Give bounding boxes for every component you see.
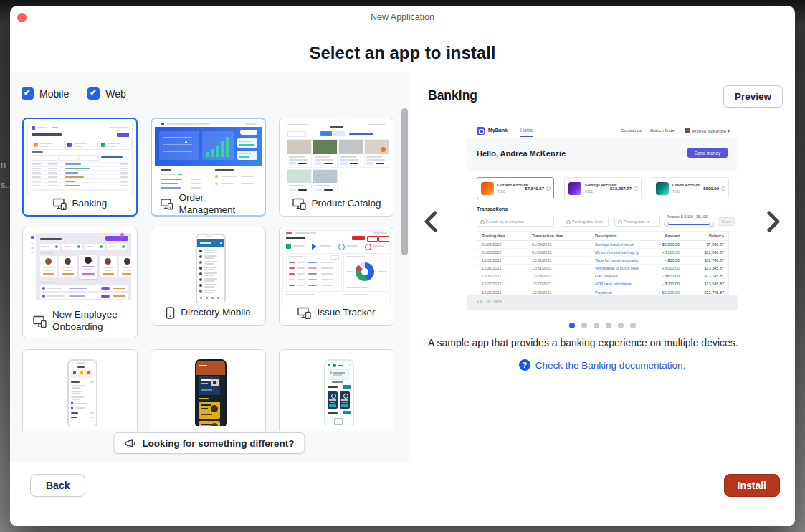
filter-web-label: Web — [105, 88, 126, 100]
carousel-previous-button[interactable] — [418, 206, 444, 237]
documentation-link[interactable]: ? Check the Banking documentation. — [409, 359, 795, 371]
carousel-next-button[interactable] — [761, 206, 786, 237]
amount-range-label: Amount: $-5,100 - $5,100 — [667, 214, 708, 219]
phone-icon — [166, 307, 175, 319]
app-card-banking[interactable]: Banking — [22, 118, 138, 217]
install-button[interactable]: Install — [724, 474, 780, 497]
app-grid: Banking — [22, 118, 400, 431]
filter-web-checkbox[interactable]: Web — [87, 87, 126, 100]
preview-navbar: MyBank Home Contact us Branch finder And… — [467, 123, 738, 138]
app-list-panel: Mobile Web — [10, 72, 409, 463]
new-application-dialog: New Application Select an app to install… — [10, 6, 795, 526]
devices-icon — [161, 198, 173, 210]
app-card-issue-tracker[interactable]: Issue Tracker — [279, 227, 394, 326]
looking-for-something-different-button[interactable]: Looking for something different? — [113, 432, 305, 454]
help-icon: ? — [519, 359, 530, 371]
app-preview-image: MyBank Home Contact us Branch finder And… — [467, 123, 738, 310]
devices-icon — [53, 198, 67, 210]
pagination-status: 1 to 7 of 7 items — [477, 299, 502, 303]
app-card-order-management[interactable]: Order Management — [151, 118, 266, 217]
table-row: 12/30/202112/28/2021Gas refueled- $600.0… — [477, 272, 728, 280]
table-row: 12/31/202112/31/2021Tape for home renova… — [477, 257, 728, 265]
app-card-new-employee-onboarding[interactable]: New Employee Onboarding — [22, 227, 138, 338]
transactions-title: Transactions — [477, 206, 508, 212]
table-row: 12/27/202112/27/2021ATM cash withdrawal-… — [477, 280, 728, 288]
current-account-card: Current Account 7680 $7,840.87 — [477, 177, 554, 199]
carousel-dot[interactable] — [594, 323, 599, 328]
devices-icon — [33, 315, 47, 328]
app-card-partial-2[interactable] — [151, 349, 266, 431]
preview-nav-branch: Branch finder — [650, 128, 676, 133]
app-card-label: New Employee Onboarding — [23, 305, 137, 338]
preview-footer-strip: 1 to 7 of 7 items — [467, 295, 738, 310]
search-input: Search by description — [477, 217, 554, 227]
preview-greeting: Hello, Andrea McKenzie — [477, 149, 566, 158]
credit-account-card: Credit Account 7680 $500.00 — [652, 177, 729, 199]
page-title: Select an app to install — [10, 43, 795, 63]
dialog-footer: Back Install — [10, 462, 795, 526]
app-card-label: Banking — [24, 193, 136, 215]
savings-account-card: Savings Account 6951 $13,287.77 — [564, 177, 642, 199]
mybank-brand: MyBank — [488, 128, 508, 133]
issue-tracker-thumbnail — [282, 230, 391, 305]
table-row: 12/31/202112/31/2021Withdrawal to buy a … — [477, 265, 728, 272]
avatar — [685, 128, 690, 133]
checkbox-checked-icon — [87, 87, 100, 100]
background-app-text: n — [1, 159, 6, 170]
table-header-row: Posting date ↓Transaction dateDescriptio… — [477, 232, 728, 241]
devices-icon — [297, 307, 311, 319]
carousel-dot[interactable] — [606, 323, 611, 328]
info-icon — [721, 186, 725, 191]
directory-mobile-thumbnail — [155, 231, 262, 303]
scrollbar[interactable] — [401, 108, 408, 255]
order-management-thumbnail — [155, 122, 262, 196]
carousel-dot[interactable] — [618, 323, 624, 328]
reset-button: Reset — [718, 217, 735, 226]
carousel-dot[interactable] — [630, 323, 636, 328]
checkbox-checked-icon — [22, 87, 34, 100]
megaphone-icon — [124, 438, 136, 449]
info-icon — [634, 186, 638, 191]
back-button[interactable]: Back — [30, 474, 85, 497]
app-card-label: Directory Mobile — [151, 301, 265, 325]
app-description: A sample app that provides a banking exp… — [428, 337, 781, 348]
app-card-label: Product Catalog — [280, 192, 394, 216]
preview-button[interactable]: Preview — [723, 85, 783, 108]
devices-icon — [292, 198, 306, 210]
amount-range-slider — [667, 224, 711, 225]
product-catalog-thumbnail — [283, 122, 390, 194]
dialog-content: Mobile Web — [10, 72, 795, 463]
filter-mobile-checkbox[interactable]: Mobile — [22, 87, 69, 100]
banking-thumbnail — [27, 123, 133, 196]
app-card-partial-1[interactable] — [22, 349, 138, 431]
app-detail-panel: Banking Preview MyBank Home Contact us B… — [409, 72, 795, 463]
info-icon — [546, 186, 551, 191]
window-title: New Application — [10, 12, 795, 22]
detail-title: Banking — [428, 88, 477, 103]
credit-account-icon — [656, 182, 669, 195]
table-row: 01/03/202201/03/2022My son's initial sav… — [477, 249, 728, 257]
date-from-input: Posting date from — [563, 217, 609, 227]
carousel-dots — [409, 323, 795, 328]
carousel-dot[interactable] — [581, 323, 587, 328]
filter-mobile-label: Mobile — [39, 88, 69, 100]
preview-nav-user: Andrea McKenzie — [692, 128, 730, 133]
app-thumbnail — [155, 353, 262, 426]
app-card-partial-3[interactable] — [279, 349, 394, 431]
preview-nav-home: Home — [520, 128, 533, 137]
app-card-label: Order Management — [152, 193, 265, 215]
chevron-right-icon — [766, 211, 781, 232]
app-card-directory-mobile[interactable]: Directory Mobile — [151, 227, 266, 326]
app-thumbnail — [283, 353, 390, 426]
new-employee-onboarding-thumbnail — [29, 233, 131, 300]
app-card-product-catalog[interactable]: Product Catalog — [279, 118, 394, 217]
mybank-logo-icon — [477, 127, 485, 135]
preview-nav-contact: Contact us — [621, 128, 642, 133]
savings-account-icon — [568, 182, 581, 195]
dialog-titlebar: New Application — [10, 6, 795, 30]
app-thumbnail — [27, 353, 133, 426]
table-row: 01/04/202201/04/2022Savings fixed revenu… — [477, 241, 728, 249]
app-card-label: Issue Tracker — [280, 301, 394, 325]
platform-filters: Mobile Web — [22, 87, 126, 100]
carousel-dot[interactable] — [569, 323, 575, 328]
